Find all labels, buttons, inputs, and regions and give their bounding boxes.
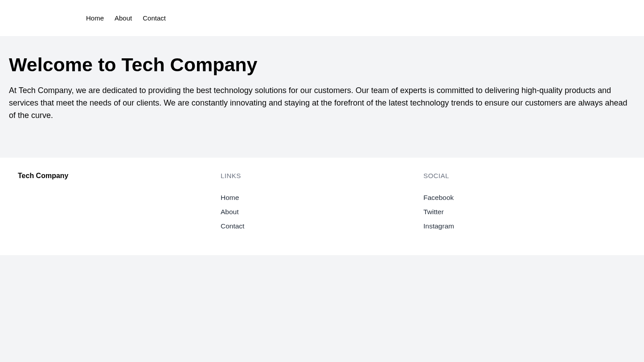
page-title: Welcome to Tech Company [9, 54, 635, 76]
footer-link-contact[interactable]: Contact [221, 222, 423, 230]
nav-list: Home About Contact [0, 14, 644, 22]
footer-link-home[interactable]: Home [221, 194, 423, 202]
footer-link-about[interactable]: About [221, 208, 423, 216]
main-content: Welcome to Tech Company At Tech Company,… [0, 36, 644, 158]
footer-social-col: SOCIAL Facebook Twitter Instagram [423, 172, 626, 230]
nav-item-about[interactable]: About [115, 14, 132, 22]
footer-brand-col: Tech Company [18, 172, 221, 230]
footer-social-list: Facebook Twitter Instagram [423, 194, 626, 230]
footer-heading-social: SOCIAL [423, 172, 626, 179]
footer-links-col: LINKS Home About Contact [221, 172, 423, 230]
footer: Tech Company LINKS Home About Contact SO… [0, 158, 644, 255]
page-description: At Tech Company, we are dedicated to pro… [9, 85, 635, 122]
footer-link-twitter[interactable]: Twitter [423, 208, 626, 216]
footer-link-facebook[interactable]: Facebook [423, 194, 626, 202]
footer-link-instagram[interactable]: Instagram [423, 222, 626, 230]
footer-links-list: Home About Contact [221, 194, 423, 230]
footer-brand: Tech Company [18, 172, 221, 180]
nav-item-home[interactable]: Home [86, 14, 104, 22]
nav-item-contact[interactable]: Contact [143, 14, 166, 22]
footer-heading-links: LINKS [221, 172, 423, 179]
top-nav: Home About Contact [0, 0, 644, 36]
